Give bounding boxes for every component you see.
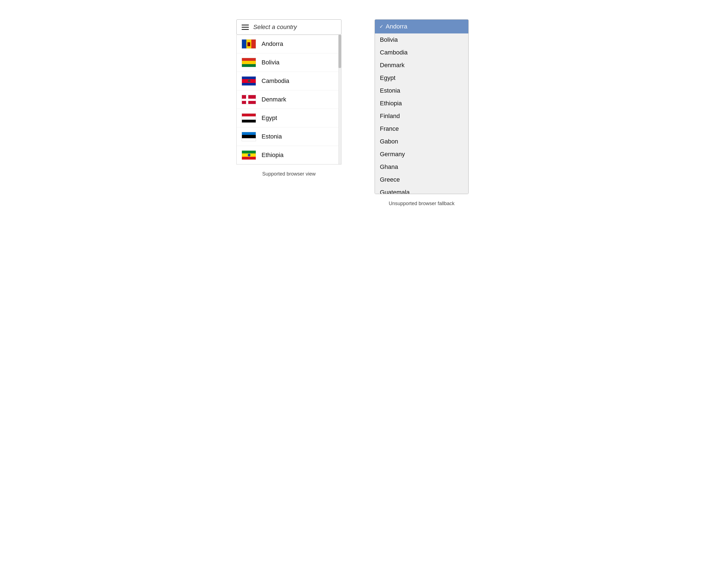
right-panel: ✓ Andorra Bolivia Cambodia Denmark Egypt… [375,19,469,206]
checkmark-icon: ✓ [379,23,383,30]
country-name: Denmark [262,96,286,103]
left-panel-label: Supported browser view [262,171,316,177]
flag-andorra [242,39,256,49]
flag-bolivia [242,58,256,67]
list-item[interactable]: Bolivia [375,34,468,46]
list-item[interactable]: Greece [375,173,468,186]
list-item[interactable]: Denmark [375,59,468,71]
custom-select-trigger[interactable]: Select a country [236,19,341,35]
native-select-wrapper: ✓ Andorra Bolivia Cambodia Denmark Egypt… [375,19,469,194]
list-item[interactable]: Cambodia [375,46,468,59]
flag-cambodia: ⬛ [242,76,256,86]
flag-egypt [242,113,256,123]
right-panel-label: Unsupported browser fallback [389,201,455,206]
custom-select-container: Select a country Andorra [236,19,341,164]
list-item[interactable]: Estonia [375,84,468,97]
list-item[interactable]: Gabon [375,135,468,148]
list-item[interactable]: Denmark [237,90,341,109]
country-name: Bolivia [262,59,280,66]
country-name: Egypt [262,114,277,121]
list-item[interactable]: Finland [375,110,468,122]
list-item[interactable]: Ethiopia [237,146,341,164]
list-item[interactable]: Egypt [237,109,341,128]
dropdown-scroll[interactable]: Bolivia Cambodia Denmark Egypt Estonia E… [375,34,468,194]
list-item[interactable]: Ghana [375,161,468,173]
flag-estonia [242,132,256,141]
scrollbar-track [338,35,341,164]
list-item[interactable]: Andorra [237,35,341,53]
list-item[interactable]: Germany [375,148,468,161]
country-name: Cambodia [262,78,289,85]
country-name: Estonia [262,133,282,140]
select-placeholder: Select a country [253,23,297,31]
custom-dropdown: Andorra Bolivia ⬛ [236,35,341,164]
list-item[interactable]: Bolivia [237,53,341,72]
page-container: Select a country Andorra [236,11,469,206]
list-item[interactable]: France [375,122,468,135]
left-panel: Select a country Andorra [236,19,341,177]
list-item[interactable]: Estonia [237,128,341,146]
scrollbar-thumb[interactable] [338,35,341,68]
selected-option[interactable]: ✓ Andorra [375,19,468,34]
flag-ethiopia [242,150,256,160]
list-item[interactable]: Ethiopia [375,97,468,110]
hamburger-icon [242,24,249,30]
list-item[interactable]: Egypt [375,71,468,84]
flag-denmark [242,95,256,104]
country-name: Ethiopia [262,151,284,159]
native-select-container: ✓ Andorra Bolivia Cambodia Denmark Egypt… [375,19,469,194]
list-item[interactable]: Guatemala [375,186,468,194]
list-item[interactable]: ⬛ Cambodia [237,72,341,90]
selected-option-label: Andorra [386,23,407,30]
country-name: Andorra [262,40,283,48]
